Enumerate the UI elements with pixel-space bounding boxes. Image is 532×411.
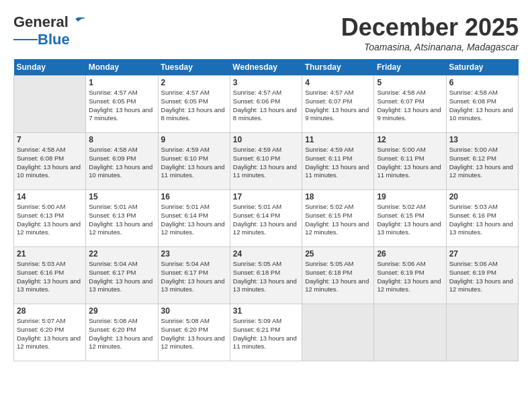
day-info: Sunrise: 4:59 AMSunset: 6:10 PMDaylight:…	[161, 146, 227, 180]
calendar-week-row: 1Sunrise: 4:57 AMSunset: 6:05 PMDaylight…	[14, 76, 519, 133]
calendar-day-cell: 25Sunrise: 5:05 AMSunset: 6:18 PMDayligh…	[302, 247, 374, 304]
calendar-day-cell: 17Sunrise: 5:01 AMSunset: 6:14 PMDayligh…	[230, 190, 302, 247]
day-info: Sunrise: 4:57 AMSunset: 6:07 PMDaylight:…	[305, 89, 371, 123]
day-number: 12	[377, 135, 443, 144]
day-number: 26	[377, 249, 443, 259]
calendar-day-cell: 9Sunrise: 4:59 AMSunset: 6:10 PMDaylight…	[158, 133, 230, 190]
calendar-day-cell: 29Sunrise: 5:08 AMSunset: 6:20 PMDayligh…	[86, 304, 158, 361]
day-info: Sunrise: 4:58 AMSunset: 6:08 PMDaylight:…	[449, 89, 515, 123]
day-number: 25	[305, 249, 371, 259]
calendar-day-cell: 15Sunrise: 5:01 AMSunset: 6:13 PMDayligh…	[86, 190, 158, 247]
day-info: Sunrise: 4:58 AMSunset: 6:07 PMDaylight:…	[377, 89, 443, 123]
day-info: Sunrise: 5:07 AMSunset: 6:20 PMDaylight:…	[17, 317, 83, 351]
day-number: 8	[89, 135, 154, 144]
calendar-day-cell: 30Sunrise: 5:08 AMSunset: 6:20 PMDayligh…	[158, 304, 230, 361]
day-number: 6	[449, 78, 515, 87]
calendar-day-cell: 3Sunrise: 4:57 AMSunset: 6:06 PMDaylight…	[230, 76, 302, 133]
calendar-week-row: 28Sunrise: 5:07 AMSunset: 6:20 PMDayligh…	[14, 304, 519, 361]
calendar-day-cell: 1Sunrise: 4:57 AMSunset: 6:05 PMDaylight…	[86, 76, 158, 133]
page-header: General Blue December 2025 Toamasina, At…	[13, 13, 519, 52]
day-info: Sunrise: 5:06 AMSunset: 6:19 PMDaylight:…	[449, 260, 515, 294]
calendar-day-cell	[302, 304, 374, 361]
weekday-header-cell: Friday	[374, 59, 446, 76]
calendar-day-cell: 24Sunrise: 5:05 AMSunset: 6:18 PMDayligh…	[230, 247, 302, 304]
logo: General Blue	[13, 13, 85, 48]
calendar-day-cell: 5Sunrise: 4:58 AMSunset: 6:07 PMDaylight…	[374, 76, 446, 133]
day-info: Sunrise: 5:06 AMSunset: 6:19 PMDaylight:…	[377, 260, 443, 294]
calendar-day-cell	[446, 304, 518, 361]
day-number: 3	[233, 78, 299, 87]
calendar-body: 1Sunrise: 4:57 AMSunset: 6:05 PMDaylight…	[14, 76, 519, 361]
calendar-day-cell: 27Sunrise: 5:06 AMSunset: 6:19 PMDayligh…	[446, 247, 518, 304]
day-info: Sunrise: 4:59 AMSunset: 6:11 PMDaylight:…	[305, 146, 371, 180]
day-number: 19	[377, 192, 443, 201]
calendar-day-cell: 16Sunrise: 5:01 AMSunset: 6:14 PMDayligh…	[158, 190, 230, 247]
day-number: 5	[377, 78, 443, 87]
day-info: Sunrise: 5:04 AMSunset: 6:17 PMDaylight:…	[89, 260, 154, 294]
calendar-day-cell: 14Sunrise: 5:00 AMSunset: 6:13 PMDayligh…	[14, 190, 86, 247]
day-number: 16	[161, 192, 227, 201]
day-number: 23	[161, 249, 227, 259]
calendar-day-cell: 10Sunrise: 4:59 AMSunset: 6:10 PMDayligh…	[230, 133, 302, 190]
day-number: 15	[89, 192, 154, 201]
day-info: Sunrise: 4:57 AMSunset: 6:05 PMDaylight:…	[89, 89, 154, 123]
day-info: Sunrise: 5:00 AMSunset: 6:11 PMDaylight:…	[377, 146, 443, 180]
calendar-day-cell: 11Sunrise: 4:59 AMSunset: 6:11 PMDayligh…	[302, 133, 374, 190]
day-info: Sunrise: 5:09 AMSunset: 6:21 PMDaylight:…	[233, 317, 299, 351]
day-info: Sunrise: 5:01 AMSunset: 6:14 PMDaylight:…	[161, 203, 227, 237]
calendar-day-cell: 23Sunrise: 5:04 AMSunset: 6:17 PMDayligh…	[158, 247, 230, 304]
day-number: 28	[17, 306, 83, 316]
calendar-day-cell: 6Sunrise: 4:58 AMSunset: 6:08 PMDaylight…	[446, 76, 518, 133]
calendar-week-row: 14Sunrise: 5:00 AMSunset: 6:13 PMDayligh…	[14, 190, 519, 247]
calendar-day-cell: 26Sunrise: 5:06 AMSunset: 6:19 PMDayligh…	[374, 247, 446, 304]
day-info: Sunrise: 5:02 AMSunset: 6:15 PMDaylight:…	[377, 203, 443, 237]
day-number: 24	[233, 249, 299, 259]
logo-bird-icon	[70, 16, 85, 28]
calendar-day-cell: 20Sunrise: 5:03 AMSunset: 6:16 PMDayligh…	[446, 190, 518, 247]
day-number: 9	[161, 135, 227, 144]
day-info: Sunrise: 4:59 AMSunset: 6:10 PMDaylight:…	[233, 146, 299, 180]
day-info: Sunrise: 5:03 AMSunset: 6:16 PMDaylight:…	[449, 203, 515, 237]
calendar-day-cell: 12Sunrise: 5:00 AMSunset: 6:11 PMDayligh…	[374, 133, 446, 190]
day-number: 7	[17, 135, 83, 144]
day-info: Sunrise: 5:01 AMSunset: 6:14 PMDaylight:…	[233, 203, 299, 237]
day-number: 21	[17, 249, 83, 259]
day-info: Sunrise: 4:57 AMSunset: 6:05 PMDaylight:…	[161, 89, 227, 123]
day-number: 29	[89, 306, 154, 316]
day-info: Sunrise: 5:08 AMSunset: 6:20 PMDaylight:…	[89, 317, 154, 351]
calendar-day-cell: 22Sunrise: 5:04 AMSunset: 6:17 PMDayligh…	[86, 247, 158, 304]
day-info: Sunrise: 4:57 AMSunset: 6:06 PMDaylight:…	[233, 89, 299, 123]
day-number: 10	[233, 135, 299, 144]
day-number: 2	[161, 78, 227, 87]
day-number: 18	[305, 192, 371, 201]
calendar-table: SundayMondayTuesdayWednesdayThursdayFrid…	[13, 59, 519, 361]
location: Toamasina, Atsinanana, Madagascar	[341, 42, 519, 52]
day-number: 30	[161, 306, 227, 316]
day-info: Sunrise: 4:58 AMSunset: 6:09 PMDaylight:…	[89, 146, 154, 180]
weekday-header-cell: Monday	[86, 59, 158, 76]
weekday-header-cell: Tuesday	[158, 59, 230, 76]
day-number: 1	[89, 78, 154, 87]
calendar-week-row: 7Sunrise: 4:58 AMSunset: 6:08 PMDaylight…	[14, 133, 519, 190]
logo-blue: Blue	[38, 31, 70, 48]
weekday-header-row: SundayMondayTuesdayWednesdayThursdayFrid…	[14, 59, 519, 76]
weekday-header-cell: Saturday	[446, 59, 518, 76]
month-title: December 2025	[341, 13, 519, 42]
day-number: 4	[305, 78, 371, 87]
day-number: 27	[449, 249, 515, 259]
calendar-day-cell: 13Sunrise: 5:00 AMSunset: 6:12 PMDayligh…	[446, 133, 518, 190]
calendar-day-cell: 18Sunrise: 5:02 AMSunset: 6:15 PMDayligh…	[302, 190, 374, 247]
day-number: 13	[449, 135, 515, 144]
day-info: Sunrise: 4:58 AMSunset: 6:08 PMDaylight:…	[17, 146, 83, 180]
calendar-day-cell: 7Sunrise: 4:58 AMSunset: 6:08 PMDaylight…	[14, 133, 86, 190]
day-number: 31	[233, 306, 299, 316]
calendar-day-cell: 31Sunrise: 5:09 AMSunset: 6:21 PMDayligh…	[230, 304, 302, 361]
weekday-header-cell: Thursday	[302, 59, 374, 76]
day-info: Sunrise: 5:05 AMSunset: 6:18 PMDaylight:…	[233, 260, 299, 294]
calendar-day-cell	[374, 304, 446, 361]
calendar-week-row: 21Sunrise: 5:03 AMSunset: 6:16 PMDayligh…	[14, 247, 519, 304]
day-number: 22	[89, 249, 154, 259]
day-info: Sunrise: 5:00 AMSunset: 6:12 PMDaylight:…	[449, 146, 515, 180]
day-info: Sunrise: 5:08 AMSunset: 6:20 PMDaylight:…	[161, 317, 227, 351]
day-number: 17	[233, 192, 299, 201]
